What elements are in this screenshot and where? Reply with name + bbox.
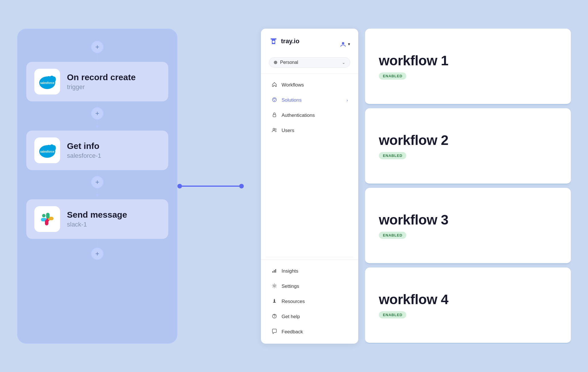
feedback-icon (271, 328, 278, 336)
settings-label: Settings (282, 284, 348, 289)
workflow-4-badge: ENABLED (379, 311, 406, 318)
sidebar-item-get-help[interactable]: Get help (267, 310, 353, 324)
step-trigger-info: On record create trigger (67, 72, 136, 91)
sidebar-item-resources[interactable]: Resources (267, 295, 353, 309)
lock-svg (272, 112, 277, 118)
sidebar-item-feedback[interactable]: Feedback (267, 325, 353, 339)
connector-line-5 (97, 239, 98, 247)
step-trigger-subtitle: trigger (67, 83, 136, 91)
add-step-top-button[interactable]: + (91, 41, 104, 53)
get-help-label: Get help (282, 314, 348, 320)
svg-point-18 (275, 128, 276, 130)
workflows-label: Workflows (282, 82, 348, 88)
slack-svg (38, 210, 56, 228)
svg-point-22 (274, 285, 275, 287)
home-icon (271, 82, 278, 89)
workflow-card-3[interactable]: workflow 3 ENABLED (365, 188, 571, 264)
salesforce-icon-getinfo: salesforce (34, 137, 60, 163)
workflow-1-name: workflow 1 (379, 53, 557, 68)
solutions-label: Solutions (282, 97, 342, 103)
svg-text:salesforce: salesforce (40, 150, 54, 153)
connector-line-4 (97, 188, 98, 194)
lock-icon (271, 112, 278, 119)
main-container: + salesforce On record create trigger + (0, 0, 588, 372)
workflow-card-4[interactable]: workflow 4 ENABLED (365, 267, 571, 344)
workflow-2-name: workflow 2 (379, 132, 557, 148)
workspace-chevron-icon: ⌄ (342, 60, 345, 65)
resources-icon (271, 298, 278, 305)
step-get-info[interactable]: salesforce Get info salesforce-1 (26, 131, 168, 170)
connector-dot-left (177, 184, 182, 188)
connector-line-horizontal (182, 186, 239, 187)
insights-label: Insights (282, 268, 348, 274)
authentications-label: Authentications (282, 113, 348, 118)
h-connector-container (177, 186, 244, 187)
sidebar-item-solutions[interactable]: Solutions › (267, 93, 353, 107)
resources-label: Resources (282, 299, 348, 304)
svg-rect-19 (272, 271, 273, 273)
salesforce-svg: salesforce (38, 72, 56, 91)
tray-logo: tray.io (269, 37, 299, 46)
svg-point-12 (272, 41, 275, 43)
workflow-2-badge: ENABLED (379, 152, 406, 159)
user-icon (340, 41, 346, 47)
connector-dot-right (239, 184, 244, 188)
step-send-message-subtitle: slack-1 (67, 221, 127, 228)
tray-logo-svg (269, 37, 278, 46)
svg-rect-24 (273, 302, 276, 303)
workflow-4-name: workflow 4 (379, 292, 557, 307)
sidebar-item-settings[interactable]: Settings (267, 280, 353, 294)
salesforce-svg-2: salesforce (38, 141, 56, 160)
home-svg (272, 82, 277, 87)
arrow-down-1 (95, 125, 99, 128)
add-step-middle2-button[interactable]: + (91, 176, 104, 188)
svg-point-17 (273, 128, 275, 130)
workflow-card-1[interactable]: workflow 1 ENABLED (365, 29, 571, 105)
connector-line (97, 53, 98, 62)
settings-svg (272, 283, 277, 289)
step-send-message-info: Send message slack-1 (67, 210, 127, 228)
nav-divider (266, 257, 354, 257)
help-icon (271, 313, 278, 320)
insights-icon (271, 268, 278, 275)
feedback-svg (272, 328, 277, 334)
users-svg (272, 127, 277, 133)
slack-icon-send (34, 206, 60, 232)
solutions-icon (271, 97, 278, 104)
workflow-diagram: + salesforce On record create trigger + (17, 29, 177, 344)
step-get-info-info: Get info salesforce-1 (67, 141, 101, 160)
solutions-svg (272, 97, 277, 103)
workspace-name: Personal (280, 60, 339, 65)
sidebar-item-authentications[interactable]: Authentications (267, 109, 353, 123)
step-trigger[interactable]: salesforce On record create trigger (26, 62, 168, 101)
solutions-chevron-icon: › (347, 98, 348, 103)
workflow-3-name: workflow 3 (379, 212, 557, 228)
users-icon (271, 127, 278, 134)
svg-rect-10 (46, 213, 50, 219)
sidebar-item-insights[interactable]: Insights (267, 264, 353, 278)
add-step-middle-button[interactable]: + (91, 107, 104, 120)
step-get-info-subtitle: salesforce-1 (67, 152, 101, 160)
svg-point-15 (274, 100, 275, 101)
workflow-1-badge: ENABLED (379, 72, 406, 80)
sidebar: tray.io ▾ Personal ⌄ (261, 29, 358, 344)
user-button[interactable]: ▾ (340, 41, 350, 47)
step-get-info-title: Get info (67, 141, 101, 151)
help-svg (272, 313, 277, 319)
add-step-bottom-button[interactable]: + (91, 247, 104, 260)
bottom-nav: Insights Settings (261, 259, 358, 344)
workspace-selector[interactable]: Personal ⌄ (269, 57, 350, 68)
tray-logo-text: tray.io (281, 38, 299, 45)
workflow-card-2[interactable]: workflow 2 ENABLED (365, 108, 571, 184)
sidebar-item-users[interactable]: Users (267, 124, 353, 138)
step-send-message-title: Send message (67, 210, 127, 220)
sidebar-item-workflows[interactable]: Workflows (267, 78, 353, 92)
step-send-message[interactable]: Send message slack-1 (26, 199, 168, 239)
salesforce-icon-trigger: salesforce (34, 69, 60, 95)
workflows-panel: workflow 1 ENABLED workflow 2 ENABLED wo… (365, 29, 571, 344)
insights-svg (272, 268, 277, 273)
svg-rect-20 (274, 270, 275, 273)
connector-line-1 (97, 101, 98, 107)
users-label: Users (282, 128, 348, 133)
connector-line-3 (97, 170, 98, 176)
